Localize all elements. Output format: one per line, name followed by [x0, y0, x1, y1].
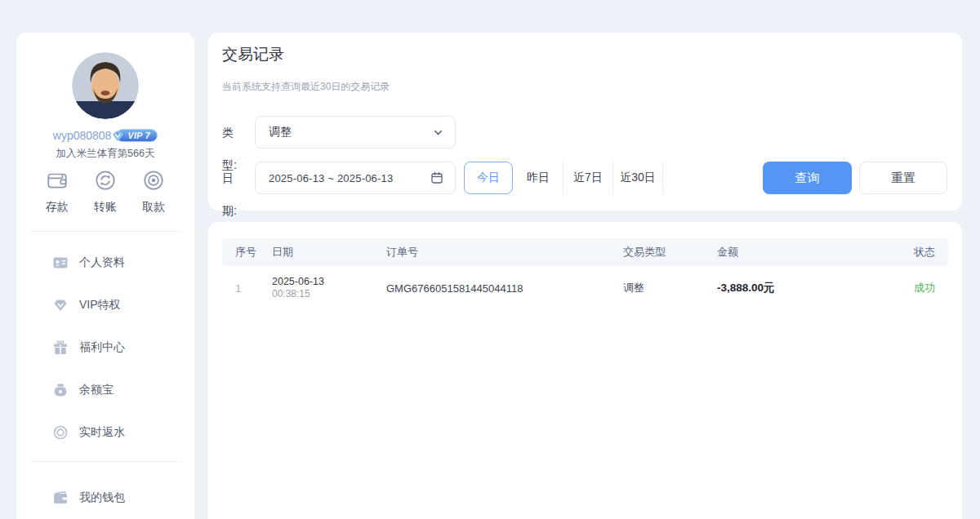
cell-amount: -3,888.00元	[704, 281, 875, 295]
table-header-row: 序号 日期 订单号 交易类型 金额 状态	[222, 238, 948, 266]
deposit-wallet-icon	[45, 168, 69, 193]
join-days-text: 加入米兰体育第566天	[16, 147, 194, 161]
sidebar-item-wallet[interactable]: 我的钱包	[16, 477, 194, 519]
sidebar-item-label: 余额宝	[79, 383, 114, 397]
query-button[interactable]: 查询	[763, 162, 852, 194]
range-button-group: 昨日 近7日 近30日	[514, 162, 663, 194]
vip-level-label: VIP 7	[127, 131, 150, 140]
sidebar-item-label: 实时返水	[79, 425, 125, 440]
sidebar-item-label: VIP特权	[79, 298, 121, 313]
sidebar: wyp080808 VIP 7 加入米兰体育第566天 存款	[16, 33, 194, 519]
filter-card: 交易记录 当前系统支持查询最近30日的交易记录 类型: 调整 日期: 2025-…	[208, 33, 962, 211]
reset-button[interactable]: 重置	[859, 162, 947, 194]
range-yesterday-button[interactable]: 昨日	[514, 162, 564, 194]
sidebar-item-profile[interactable]: 个人资料	[16, 242, 194, 284]
withdraw-action[interactable]: 取款	[141, 168, 166, 215]
user-row: wyp080808 VIP 7	[16, 129, 194, 142]
transfer-label: 转账	[94, 200, 117, 215]
rebate-icon	[52, 424, 69, 441]
quick-actions: 存款 转账 取款	[16, 168, 194, 215]
sidebar-item-label: 个人资料	[79, 255, 125, 270]
cell-order-no: GMG6766051581445044118	[373, 282, 610, 295]
sidebar-menu: 个人资料 VIP特权 福利中心 余额宝	[16, 242, 194, 454]
transfer-action[interactable]: 转账	[93, 168, 118, 215]
header-status: 状态	[875, 245, 948, 260]
date-range-value: 2025-06-13 ~ 2025-06-13	[269, 172, 430, 184]
wallet-icon	[52, 490, 69, 506]
sidebar-item-vip[interactable]: VIP特权	[16, 284, 194, 326]
range-7days-button[interactable]: 近7日	[564, 162, 613, 194]
withdraw-icon	[141, 168, 166, 193]
deposit-label: 存款	[46, 200, 69, 215]
avatar[interactable]	[72, 52, 139, 119]
sidebar-item-label: 我的钱包	[79, 490, 125, 505]
cell-index: 1	[222, 282, 259, 295]
type-select[interactable]: 调整	[255, 116, 456, 149]
header-type: 交易类型	[610, 245, 704, 260]
sidebar-item-rebate[interactable]: 实时返水	[16, 411, 194, 454]
transfer-icon	[93, 168, 118, 193]
cell-status: 成功	[875, 281, 948, 295]
transactions-table-card: 序号 日期 订单号 交易类型 金额 状态 1 2025-06-13 00:38:…	[208, 222, 962, 519]
sidebar-item-welfare[interactable]: 福利中心	[16, 326, 194, 369]
sidebar-divider	[29, 461, 181, 462]
cell-time-value: 00:38:15	[272, 288, 373, 301]
header-amount: 金额	[704, 245, 875, 260]
type-select-value: 调整	[269, 125, 433, 140]
chevron-down-icon	[433, 127, 443, 138]
vip-diamond-icon	[110, 129, 125, 144]
money-pot-icon	[52, 382, 69, 398]
sidebar-item-label: 福利中心	[79, 340, 125, 355]
calendar-icon	[430, 171, 443, 184]
page-subtitle: 当前系统支持查询最近30日的交易记录	[222, 80, 390, 94]
cell-type: 调整	[610, 281, 704, 295]
header-index: 序号	[222, 245, 259, 260]
range-30days-button[interactable]: 近30日	[613, 162, 663, 194]
range-today-button[interactable]: 今日	[464, 162, 513, 194]
date-label: 日期:	[222, 162, 237, 227]
date-range-input[interactable]: 2025-06-13 ~ 2025-06-13	[255, 162, 456, 194]
vip-badge: VIP 7	[116, 129, 158, 142]
username: wyp080808	[53, 129, 112, 142]
vip-gem-icon	[52, 297, 69, 313]
sidebar-item-yuebao[interactable]: 余额宝	[16, 369, 194, 411]
avatar-image	[72, 52, 139, 119]
cell-date: 2025-06-13 00:38:15	[259, 275, 373, 301]
sidebar-divider	[29, 231, 181, 232]
deposit-action[interactable]: 存款	[45, 168, 69, 215]
table-row: 1 2025-06-13 00:38:15 GMG676605158144504…	[222, 266, 948, 310]
gift-icon	[52, 339, 69, 356]
page-title: 交易记录	[222, 44, 284, 65]
id-card-icon	[52, 255, 69, 271]
header-date: 日期	[259, 245, 373, 260]
cell-date-value: 2025-06-13	[272, 275, 373, 288]
withdraw-label: 取款	[142, 200, 165, 215]
header-order-no: 订单号	[373, 245, 610, 260]
